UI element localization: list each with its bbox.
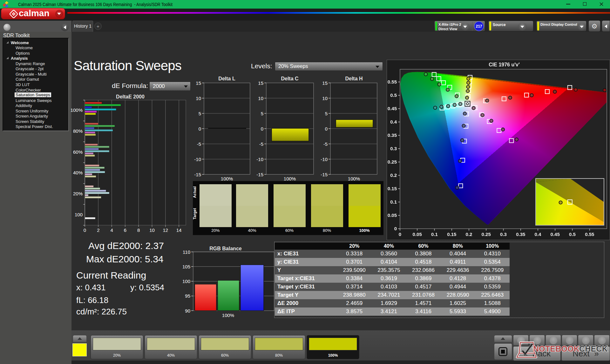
- svg-text:100%: 100%: [221, 176, 233, 181]
- svg-text:0.5: 0.5: [390, 92, 397, 98]
- svg-text:0.1: 0.1: [390, 199, 397, 205]
- svg-text:0: 0: [84, 227, 86, 233]
- svg-text:-10: -10: [194, 157, 201, 162]
- svg-text:100%: 100%: [284, 176, 296, 181]
- svg-text:4: 4: [110, 227, 113, 233]
- svg-text:100: 100: [182, 279, 190, 284]
- svg-text:-10: -10: [256, 157, 263, 162]
- svg-text:0.15: 0.15: [447, 232, 456, 237]
- svg-text:5: 5: [325, 111, 328, 116]
- svg-text:15: 15: [196, 80, 201, 86]
- svg-text:15: 15: [322, 80, 328, 86]
- svg-text:0.55: 0.55: [585, 232, 594, 237]
- svg-text:Delta L: Delta L: [218, 76, 235, 81]
- svg-text:0.1: 0.1: [431, 232, 438, 237]
- svg-text:0.55: 0.55: [388, 79, 397, 84]
- svg-text:0.5: 0.5: [569, 232, 576, 237]
- svg-text:0.4: 0.4: [535, 232, 542, 237]
- svg-text:5: 5: [199, 111, 201, 116]
- svg-text:-5: -5: [323, 141, 328, 147]
- svg-text:100%: 100%: [348, 176, 360, 181]
- svg-text:60%: 60%: [73, 149, 83, 155]
- svg-text:10: 10: [149, 227, 155, 233]
- svg-text:0.4: 0.4: [390, 119, 397, 125]
- svg-text:105: 105: [182, 264, 190, 269]
- svg-text:110: 110: [183, 249, 190, 255]
- svg-text:95: 95: [185, 293, 190, 299]
- svg-text:14: 14: [176, 227, 182, 233]
- svg-text:0.05: 0.05: [388, 212, 397, 218]
- svg-text:0: 0: [399, 232, 401, 237]
- svg-text:0: 0: [394, 226, 397, 231]
- svg-text:0.45: 0.45: [388, 106, 397, 111]
- svg-text:20%: 20%: [73, 191, 83, 196]
- svg-text:-5: -5: [259, 141, 263, 147]
- svg-text:40%: 40%: [73, 170, 83, 175]
- svg-text:0: 0: [199, 126, 201, 131]
- svg-text:0.35: 0.35: [388, 132, 397, 138]
- svg-text:0.2: 0.2: [390, 172, 397, 178]
- svg-text:8: 8: [137, 227, 140, 233]
- svg-text:6: 6: [124, 227, 126, 233]
- svg-text:CIE 1976 u'v': CIE 1976 u'v': [489, 62, 519, 67]
- svg-text:Delta C: Delta C: [281, 76, 299, 81]
- svg-text:12: 12: [163, 227, 168, 233]
- svg-text:0.35: 0.35: [516, 232, 525, 237]
- svg-text:0.2: 0.2: [466, 232, 472, 237]
- svg-text:0.25: 0.25: [388, 159, 397, 165]
- svg-text:10: 10: [322, 96, 328, 101]
- svg-text:0.3: 0.3: [500, 232, 507, 237]
- svg-text:0.15: 0.15: [388, 186, 397, 191]
- svg-text:15: 15: [258, 80, 263, 86]
- svg-text:2: 2: [97, 227, 99, 233]
- svg-text:0.45: 0.45: [551, 232, 560, 237]
- svg-text:10: 10: [258, 96, 263, 101]
- svg-text:-5: -5: [197, 141, 201, 147]
- svg-text:5: 5: [261, 111, 263, 116]
- svg-text:0.05: 0.05: [413, 232, 422, 237]
- svg-text:0: 0: [261, 126, 263, 131]
- svg-text:Delta H: Delta H: [345, 76, 363, 81]
- svg-text:0: 0: [325, 126, 328, 131]
- svg-text:0.25: 0.25: [482, 232, 491, 237]
- svg-text:100: 100: [75, 212, 83, 217]
- svg-text:100%: 100%: [71, 107, 83, 113]
- svg-text:-15: -15: [321, 172, 328, 177]
- svg-text:-15: -15: [194, 172, 201, 177]
- svg-text:NOTEBOOK: NOTEBOOK: [533, 344, 580, 353]
- svg-text:80%: 80%: [73, 128, 83, 134]
- svg-text:-15: -15: [256, 172, 263, 177]
- svg-text:-10: -10: [321, 157, 328, 162]
- svg-text:0.3: 0.3: [390, 146, 397, 151]
- svg-text:10: 10: [196, 96, 201, 101]
- svg-text:CHECK: CHECK: [579, 344, 608, 353]
